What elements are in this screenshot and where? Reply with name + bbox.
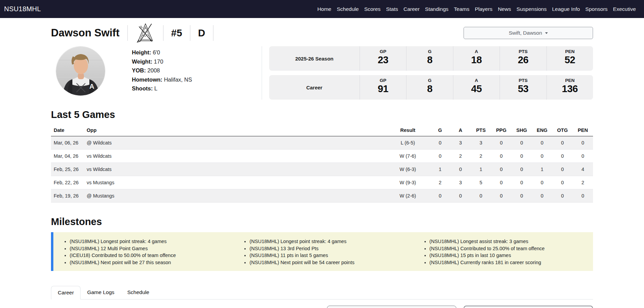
summary-row-label: 2025-26 Season — [269, 46, 360, 71]
tab-career[interactable]: Career — [51, 286, 81, 300]
tab-schedule[interactable]: Schedule — [121, 286, 156, 300]
tab-game-logs[interactable]: Game Logs — [81, 286, 121, 300]
stat-header: GP — [360, 49, 406, 54]
col-ppg: PPG — [491, 124, 511, 136]
milestone-item: (ICEU18) Contributed to 50.00% of team o… — [70, 252, 233, 259]
bio-hometown: Hometown: Halifax, NS — [132, 75, 192, 84]
bio-height: Height: 6'0 — [132, 48, 192, 57]
col-shg: SHG — [511, 124, 532, 136]
player-header: Dawson Swift #5 D Swift, Dawson — [51, 22, 593, 44]
last5-title: Last 5 Games — [51, 109, 593, 120]
stat-value: 8 — [406, 83, 453, 95]
last5-header-row: Date Opp Result G A PTS PPG SHG ENG OTG … — [51, 124, 593, 136]
season-summary-card: 2025-26 Season GP23 G8 A18 PTS26 PEN52 — [269, 46, 593, 71]
milestone-item: (NSU18MHL) Longest assist streak: 3 game… — [430, 238, 593, 245]
career-stats-header: Career Stats NS U18 Major Round Robin — [51, 306, 593, 308]
summary-row-label: Career — [269, 75, 360, 100]
player-position: D — [198, 28, 205, 39]
nav-item-teams[interactable]: Teams — [451, 3, 472, 15]
caret-down-icon — [545, 32, 548, 34]
col-date: Date — [51, 124, 84, 136]
milestone-item: (NSU18MHL) Longest point streak: 4 games — [70, 238, 233, 245]
bio-yob: YOB: 2008 — [132, 66, 192, 75]
stat-value: 91 — [360, 83, 406, 95]
milestone-item: (NSU18MHL) Contributed to 25.00% of team… — [430, 245, 593, 252]
nav-item-scores[interactable]: Scores — [362, 3, 383, 15]
stat-value: 18 — [453, 54, 500, 66]
bio-weight: Weight: 170 — [132, 57, 192, 66]
nav-item-news[interactable]: News — [495, 3, 514, 15]
milestone-item: (NSU18MHL) Currently ranks 181 in career… — [430, 259, 593, 266]
career-stats-title: Career Stats — [51, 307, 109, 308]
stat-value: 136 — [547, 83, 593, 95]
divider — [190, 25, 190, 41]
player-selector-label: Swift, Dawson — [509, 30, 542, 36]
stat-header: A — [453, 49, 500, 54]
nav-item-suspensions[interactable]: Suspensions — [514, 3, 550, 15]
divider — [213, 25, 213, 41]
nav-item-standings[interactable]: Standings — [422, 3, 451, 15]
career-summary-card: Career GP91 G8 A45 PTS53 PEN136 — [269, 75, 593, 100]
player-bio: Height: 6'0 Weight: 170 YOB: 2008 Hometo… — [132, 46, 192, 93]
milestone-item: (NSU18MHL) 12 Multi Point Games — [70, 245, 233, 252]
nav-item-schedule[interactable]: Schedule — [334, 3, 362, 15]
stat-header: G — [406, 78, 453, 83]
stat-value: 45 — [453, 83, 500, 95]
milestone-item: (NSU18MHL) 13 3rd Period Pts — [249, 245, 413, 252]
table-row: Feb, 19, 26 @ Mustangs W (2-6) 0 0 0 0 0… — [51, 189, 593, 203]
stat-header: PEN — [547, 78, 593, 83]
col-otg: OTG — [552, 124, 573, 136]
milestones-column: (NSU18MHL) Longest assist streak: 3 game… — [413, 238, 593, 266]
stat-value: 26 — [500, 54, 546, 66]
col-opp: Opp — [84, 124, 386, 136]
league-filter-dropdown[interactable]: NS U18 Major — [327, 306, 456, 308]
stat-header: GP — [360, 78, 406, 83]
table-row: Feb, 22, 26 vs Mustangs W (9-3) 2 3 5 0 … — [51, 176, 593, 189]
profile-section: A Height: 6'0 Weight: 170 YOB: 2008 Home… — [51, 46, 593, 100]
nav-item-stats[interactable]: Stats — [383, 3, 401, 15]
player-photo: A — [56, 46, 105, 96]
player-name: Dawson Swift — [51, 27, 120, 39]
col-pts: PTS — [471, 124, 491, 136]
nav-item-sponsors[interactable]: Sponsors — [582, 3, 610, 15]
milestone-item: (NSU18MHL) 15 pts in last 10 games — [430, 252, 593, 259]
milestones-title: Milestones — [51, 216, 593, 227]
col-eng: ENG — [532, 124, 552, 136]
svg-text:A: A — [89, 83, 94, 90]
divider — [127, 25, 128, 41]
player-selector-dropdown[interactable]: Swift, Dawson — [464, 27, 593, 39]
nav-links: Home Schedule Scores Stats Career Standi… — [315, 3, 639, 15]
stat-header: A — [453, 78, 500, 83]
nav-item-home[interactable]: Home — [315, 3, 334, 15]
last5-table: Date Opp Result G A PTS PPG SHG ENG OTG … — [51, 124, 593, 203]
stat-header: PEN — [547, 49, 593, 54]
bio-shoots: Shoots: L — [132, 84, 192, 93]
stat-value: 52 — [547, 54, 593, 66]
col-pen: PEN — [573, 124, 593, 136]
stat-header: PTS — [500, 49, 546, 54]
milestone-item: (NSU18MHL) Longest point streak: 4 games — [249, 238, 413, 245]
milestones-column: (NSU18MHL) Longest point streak: 4 games… — [53, 238, 233, 266]
career-filters: NS U18 Major Round Robin — [327, 306, 593, 308]
milestones-column: (NSU18MHL) Longest point streak: 4 games… — [233, 238, 413, 266]
table-row: Mar, 04, 26 vs Wildcats W (7-6) 0 2 2 0 … — [51, 150, 593, 163]
jersey-number: #5 — [171, 28, 182, 39]
stats-tabs: Career Game Logs Schedule — [51, 286, 593, 300]
col-g: G — [430, 124, 450, 136]
milestone-item: (NSU18MHL) Next point will be 54 career … — [249, 259, 413, 266]
nav-item-players[interactable]: Players — [472, 3, 495, 15]
brand-logo[interactable]: NSU18MHL — [4, 5, 41, 13]
col-result: Result — [386, 124, 430, 136]
table-row: Mar, 06, 26 @ Wildcats L (6-5) 0 3 3 0 0… — [51, 136, 593, 150]
summary-stats: 2025-26 Season GP23 G8 A18 PTS26 PEN52 C… — [262, 46, 593, 100]
nav-item-executive[interactable]: Executive — [610, 3, 639, 15]
stat-header: PTS — [500, 78, 546, 83]
round-filter-dropdown[interactable]: Round Robin — [464, 306, 593, 308]
nav-item-career[interactable]: Career — [401, 3, 422, 15]
milestones-panel: (NSU18MHL) Longest point streak: 4 games… — [51, 232, 593, 271]
stat-header: G — [406, 49, 453, 54]
stat-value: 23 — [360, 54, 406, 66]
top-navbar: NSU18MHL Home Schedule Scores Stats Care… — [0, 0, 644, 18]
nav-item-league-info[interactable]: League Info — [549, 3, 582, 15]
milestone-item: (NSU18MHL) Next point will be 27 this se… — [70, 259, 233, 266]
